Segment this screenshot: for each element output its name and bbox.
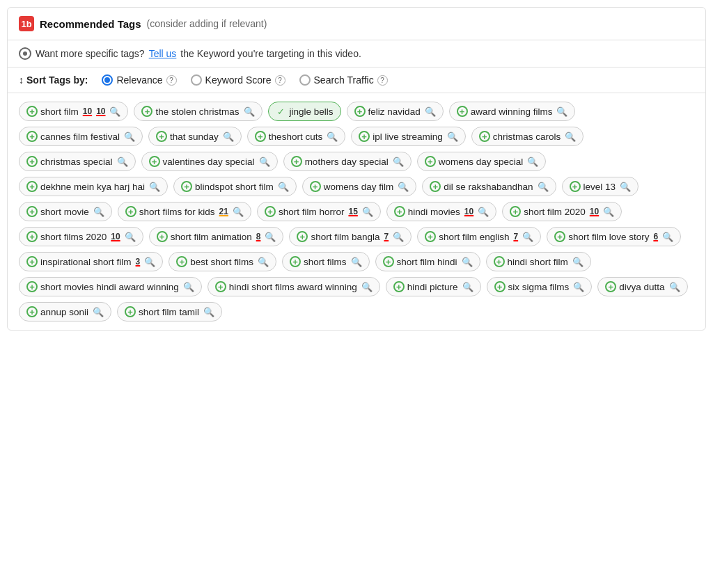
- tag-chip-mothers_day_special[interactable]: +mothers day special🔍: [283, 152, 412, 171]
- plus-icon[interactable]: +: [359, 131, 370, 142]
- tag-search-icon[interactable]: 🔍: [462, 257, 473, 267]
- tag-search-icon[interactable]: 🔍: [603, 207, 614, 217]
- tag-chip-short_film[interactable]: +short film1010🔍: [19, 102, 128, 121]
- tag-chip-womens_day_special[interactable]: +womens day special🔍: [417, 152, 547, 171]
- tag-chip-short_film_english[interactable]: +short film english7🔍: [417, 227, 541, 246]
- plus-icon[interactable]: +: [457, 106, 468, 117]
- tag-chip-theshort_cuts[interactable]: +theshort cuts🔍: [247, 127, 345, 146]
- sort-relevance-option[interactable]: Relevance ?: [102, 74, 176, 86]
- sort-keyword-score-option[interactable]: Keyword Score ?: [191, 74, 285, 86]
- tag-search-icon[interactable]: 🔍: [662, 232, 673, 242]
- plus-icon[interactable]: +: [479, 131, 490, 142]
- plus-icon[interactable]: +: [554, 231, 565, 242]
- tag-search-icon[interactable]: 🔍: [125, 232, 136, 242]
- plus-icon[interactable]: +: [26, 156, 38, 167]
- tag-chip-short_films_for_kids[interactable]: +short films for kids21🔍: [118, 202, 251, 221]
- tag-chip-jingle_bells[interactable]: ✓jingle bells: [268, 102, 341, 121]
- plus-icon[interactable]: +: [290, 256, 301, 267]
- tag-search-icon[interactable]: 🔍: [572, 257, 583, 267]
- keyword-score-help-icon[interactable]: ?: [275, 75, 285, 86]
- plus-icon[interactable]: +: [605, 281, 616, 292]
- tag-chip-valentines_day_special[interactable]: +valentines day special🔍: [141, 152, 278, 171]
- tag-chip-short_film_2020[interactable]: +short film 202010🔍: [502, 202, 622, 221]
- tag-search-icon[interactable]: 🔍: [351, 257, 362, 267]
- plus-icon[interactable]: +: [570, 181, 581, 192]
- tag-search-icon[interactable]: 🔍: [361, 282, 373, 292]
- tag-chip-best_short_films[interactable]: +best short films🔍: [169, 252, 276, 271]
- tag-search-icon[interactable]: 🔍: [258, 257, 269, 267]
- tag-chip-divya_dutta[interactable]: +divya dutta🔍: [597, 277, 687, 296]
- plus-icon[interactable]: +: [393, 281, 405, 292]
- tag-search-icon[interactable]: 🔍: [393, 157, 404, 167]
- tag-search-icon[interactable]: 🔍: [259, 157, 270, 167]
- tag-search-icon[interactable]: 🔍: [573, 282, 584, 292]
- tag-chip-womens_day_film[interactable]: +womens day film🔍: [302, 177, 417, 196]
- tag-search-icon[interactable]: 🔍: [669, 282, 680, 292]
- tag-search-icon[interactable]: 🔍: [327, 132, 338, 142]
- tag-search-icon[interactable]: 🔍: [278, 182, 289, 192]
- tag-chip-blindspot_short_film[interactable]: +blindspot short film🔍: [173, 177, 297, 196]
- tag-search-icon[interactable]: 🔍: [393, 232, 404, 242]
- plus-icon[interactable]: +: [26, 181, 38, 192]
- plus-icon[interactable]: +: [215, 281, 226, 292]
- tag-search-icon[interactable]: 🔍: [362, 207, 373, 217]
- tag-chip-feliz_navidad[interactable]: +feliz navidad🔍: [347, 102, 444, 121]
- plus-icon[interactable]: +: [125, 306, 136, 317]
- tell-us-link[interactable]: Tell us: [149, 48, 177, 59]
- tag-chip-short_films[interactable]: +short films🔍: [282, 252, 370, 271]
- tag-search-icon[interactable]: 🔍: [109, 106, 120, 117]
- tag-chip-christmas_special[interactable]: +christmas special🔍: [19, 152, 136, 171]
- tag-search-icon[interactable]: 🔍: [244, 106, 255, 117]
- tag-search-icon[interactable]: 🔍: [565, 132, 576, 142]
- tag-chip-dekhne_mein[interactable]: +dekhne mein kya harj hai🔍: [19, 177, 168, 196]
- plus-icon[interactable]: +: [26, 306, 38, 317]
- tag-search-icon[interactable]: 🔍: [144, 257, 155, 267]
- plus-icon[interactable]: +: [297, 231, 308, 242]
- tag-chip-short_movies_hindi_award[interactable]: +short movies hindi award winning🔍: [19, 277, 202, 296]
- tag-chip-inspirational_short_film[interactable]: +inspirational short film3🔍: [19, 252, 163, 271]
- plus-icon[interactable]: +: [354, 106, 366, 117]
- tag-chip-hindi_short_films_award[interactable]: +hindi short films award winning🔍: [207, 277, 380, 296]
- tag-search-icon[interactable]: 🔍: [117, 157, 128, 167]
- tag-chip-that_sunday[interactable]: +that sunday🔍: [148, 127, 242, 146]
- tag-chip-ipl_live_streaming[interactable]: +ipl live streaming🔍: [351, 127, 466, 146]
- tag-search-icon[interactable]: 🔍: [478, 207, 489, 217]
- tag-search-icon[interactable]: 🔍: [556, 106, 567, 117]
- tag-chip-six_sigma_films[interactable]: +six sigma films🔍: [487, 277, 593, 296]
- tag-chip-cannes_film_festival[interactable]: +cannes film festival🔍: [19, 127, 143, 146]
- tag-search-icon[interactable]: 🔍: [223, 132, 234, 142]
- tag-chip-short_film_tamil[interactable]: +short film tamil🔍: [117, 302, 222, 321]
- tag-search-icon[interactable]: 🔍: [93, 207, 104, 217]
- tag-search-icon[interactable]: 🔍: [183, 282, 194, 292]
- plus-icon[interactable]: +: [291, 156, 302, 167]
- plus-icon[interactable]: +: [265, 206, 276, 217]
- plus-icon[interactable]: +: [157, 231, 168, 242]
- plus-icon[interactable]: +: [394, 206, 405, 217]
- tag-search-icon[interactable]: 🔍: [527, 157, 538, 167]
- plus-icon[interactable]: +: [149, 156, 160, 167]
- plus-icon[interactable]: +: [156, 131, 167, 142]
- plus-icon[interactable]: +: [181, 181, 192, 192]
- plus-icon[interactable]: +: [425, 156, 436, 167]
- plus-icon[interactable]: +: [26, 231, 38, 242]
- search-traffic-radio[interactable]: [299, 74, 311, 86]
- tag-search-icon[interactable]: 🔍: [149, 182, 160, 192]
- plus-icon[interactable]: +: [26, 106, 38, 117]
- tag-search-icon[interactable]: 🔍: [124, 132, 135, 142]
- plus-icon[interactable]: +: [494, 281, 506, 292]
- tag-chip-hindi_short_film[interactable]: +hindi short film🔍: [486, 252, 591, 271]
- tag-search-icon[interactable]: 🔍: [522, 232, 533, 242]
- sort-search-traffic-option[interactable]: Search Traffic ?: [299, 74, 388, 86]
- tag-search-icon[interactable]: 🔍: [93, 307, 104, 317]
- plus-icon[interactable]: +: [383, 256, 394, 267]
- tag-chip-short_films_2020[interactable]: +short films 202010🔍: [19, 227, 143, 246]
- plus-icon[interactable]: +: [310, 181, 321, 192]
- plus-icon[interactable]: +: [26, 256, 38, 267]
- plus-icon[interactable]: +: [26, 206, 38, 217]
- plus-icon[interactable]: +: [510, 206, 521, 217]
- tag-chip-annup_sonii[interactable]: +annup sonii🔍: [19, 302, 111, 321]
- plus-icon[interactable]: +: [494, 256, 505, 267]
- tag-chip-level_13[interactable]: +level 13🔍: [562, 177, 639, 196]
- tag-search-icon[interactable]: 🔍: [203, 307, 214, 317]
- tag-chip-short_film_horror[interactable]: +short film horror15🔍: [257, 202, 381, 221]
